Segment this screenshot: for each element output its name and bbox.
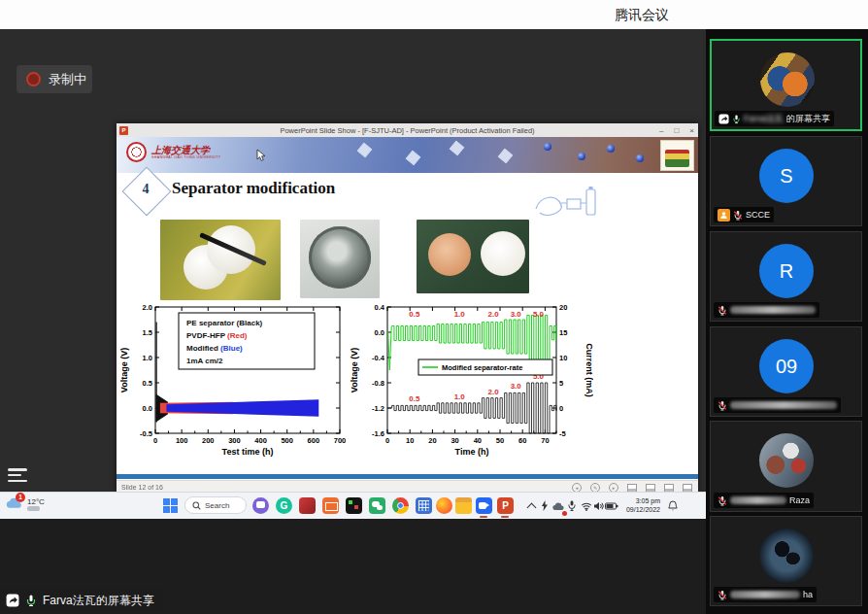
svg-text:PVDF-HFP (Red): PVDF-HFP (Red) bbox=[186, 331, 248, 340]
svg-text:-0.8: -0.8 bbox=[372, 379, 384, 388]
file-explorer-icon[interactable] bbox=[455, 497, 472, 514]
svg-text:40: 40 bbox=[474, 436, 482, 445]
origin-app-icon[interactable] bbox=[322, 497, 339, 514]
svg-text:2.0: 2.0 bbox=[487, 388, 499, 396]
ppt-titlebar[interactable]: P PowerPoint Slide Show - [F-SJTU-AD] - … bbox=[117, 123, 698, 137]
screen-share-icon bbox=[718, 114, 729, 124]
slide-indicator: Slide 12 of 16 bbox=[121, 484, 163, 491]
svg-text:0.0: 0.0 bbox=[143, 404, 152, 413]
svg-text:Voltage (V): Voltage (V) bbox=[119, 348, 129, 392]
svg-text:-0.4: -0.4 bbox=[372, 354, 385, 362]
clock-time: 3:05 pm bbox=[618, 497, 660, 506]
grammarly-icon[interactable]: G bbox=[276, 497, 292, 514]
recording-badge[interactable]: 录制中 bbox=[17, 65, 92, 93]
weather-widget[interactable]: 1 12°C bbox=[6, 495, 45, 513]
power-mode-icon[interactable] bbox=[541, 493, 549, 519]
restore-button[interactable]: □ bbox=[674, 126, 679, 135]
mouse-cursor-icon bbox=[255, 149, 267, 162]
participant-tile[interactable]: Raza bbox=[710, 421, 862, 512]
screen-share-icon bbox=[6, 594, 19, 607]
svg-text:-1.6: -1.6 bbox=[372, 429, 384, 438]
participant-label: SCCE bbox=[714, 207, 774, 222]
ppt-window-title: PowerPoint Slide Show - [F-SJTU-AD] - Po… bbox=[117, 126, 698, 135]
menu-icon[interactable] bbox=[8, 468, 27, 482]
photo-copper-and-white-discs bbox=[417, 220, 529, 293]
battery-sketch-decoration bbox=[532, 182, 598, 224]
tray-expand-chevron-icon[interactable] bbox=[528, 493, 535, 519]
svg-text:10: 10 bbox=[559, 354, 567, 362]
svg-text:1.0: 1.0 bbox=[143, 354, 152, 362]
avatar: 09 bbox=[759, 339, 814, 393]
slide-title: Separator modification bbox=[172, 179, 335, 198]
svg-text:1.0: 1.0 bbox=[454, 310, 466, 319]
university-seal-icon bbox=[126, 142, 147, 162]
photo-separator-tweezers bbox=[160, 220, 281, 300]
participant-tile[interactable]: ha bbox=[710, 516, 862, 606]
microphone-muted-icon bbox=[718, 400, 727, 411]
svg-text:0: 0 bbox=[559, 404, 563, 413]
participant-name-redacted bbox=[730, 496, 786, 504]
slide-bottom-bar bbox=[117, 474, 698, 479]
svg-text:0.5: 0.5 bbox=[409, 310, 420, 319]
participant-name-redacted bbox=[730, 591, 800, 598]
participant-tile-sharer[interactable]: Farva法瓦 的屏幕共享 bbox=[710, 39, 862, 131]
powerpoint-taskbar-icon[interactable]: P bbox=[497, 497, 514, 514]
section-number: 4 bbox=[124, 182, 167, 197]
svg-text:-1.2: -1.2 bbox=[372, 404, 384, 413]
svg-text:0: 0 bbox=[153, 436, 157, 445]
start-button[interactable] bbox=[163, 498, 178, 513]
battery-icon[interactable] bbox=[605, 493, 618, 519]
close-button[interactable]: × bbox=[689, 126, 694, 135]
svg-text:70: 70 bbox=[541, 436, 549, 445]
red-app-icon[interactable] bbox=[299, 497, 316, 514]
powerpoint-window[interactable]: P PowerPoint Slide Show - [F-SJTU-AD] - … bbox=[117, 123, 698, 493]
sharer-name: Farva法瓦的屏幕共享 bbox=[43, 593, 154, 609]
svg-text:300: 300 bbox=[228, 436, 241, 445]
svg-text:500: 500 bbox=[281, 436, 293, 445]
participant-label: Raza bbox=[714, 493, 814, 508]
svg-text:700: 700 bbox=[334, 436, 347, 445]
notification-bell-icon[interactable] bbox=[668, 493, 678, 519]
svg-text:Modified (Blue): Modified (Blue) bbox=[186, 344, 243, 353]
svg-text:0.5: 0.5 bbox=[143, 379, 152, 388]
slide-header-banner: 上海交通大学 SHANGHAI JIAO TONG UNIVERSITY bbox=[117, 137, 698, 173]
chat-app-icon[interactable] bbox=[252, 497, 269, 514]
svg-text:3.0: 3.0 bbox=[511, 382, 522, 391]
onedrive-sync-icon[interactable] bbox=[552, 493, 565, 519]
lab-logo bbox=[660, 140, 694, 171]
screen-share-banner: Farva法瓦的屏幕共享 bbox=[0, 589, 164, 612]
svg-text:10: 10 bbox=[406, 436, 414, 445]
wifi-icon[interactable] bbox=[581, 493, 592, 519]
participant-tile[interactable]: 09 bbox=[710, 326, 862, 417]
avatar bbox=[760, 52, 815, 107]
tencent-meeting-icon[interactable] bbox=[476, 497, 492, 514]
svg-text:Current (mA): Current (mA) bbox=[584, 343, 593, 397]
speaker-icon[interactable] bbox=[593, 493, 605, 519]
svg-text:50: 50 bbox=[496, 436, 504, 445]
microphone-tray-icon[interactable] bbox=[568, 493, 576, 519]
firefox-icon[interactable] bbox=[436, 497, 452, 514]
microphone-muted-icon bbox=[718, 305, 727, 316]
meeting-title: 腾讯会议 bbox=[615, 7, 669, 24]
microphone-active-icon bbox=[25, 594, 37, 607]
shared-screen-area: 录制中 P PowerPoint Slide Show - [F-SJTU-AD… bbox=[0, 29, 706, 614]
participant-tile[interactable]: R bbox=[710, 231, 862, 322]
powerpoint-icon: P bbox=[119, 126, 128, 135]
avatar: S bbox=[759, 149, 814, 203]
wechat-icon[interactable] bbox=[369, 497, 385, 514]
svg-text:PE separator (Black): PE separator (Black) bbox=[186, 319, 263, 327]
terminal-app-icon[interactable] bbox=[346, 497, 362, 514]
search-box[interactable]: Search bbox=[184, 496, 247, 514]
clock[interactable]: 3:05 pm 09/12/2022 bbox=[618, 497, 660, 514]
grid-app-icon[interactable] bbox=[416, 497, 432, 514]
meeting-titlebar: 腾讯会议 bbox=[0, 0, 868, 30]
svg-text:Test time (h): Test time (h) bbox=[222, 447, 274, 457]
svg-text:15: 15 bbox=[559, 328, 567, 337]
windows-taskbar: 1 12°C Search G bbox=[0, 492, 706, 519]
chrome-icon[interactable] bbox=[392, 497, 409, 514]
svg-text:60: 60 bbox=[518, 436, 526, 445]
participant-name-redacted bbox=[730, 401, 837, 409]
photo-coated-disc bbox=[300, 220, 380, 298]
participant-tile[interactable]: S SCCE bbox=[710, 136, 862, 226]
minimize-button[interactable]: – bbox=[659, 126, 663, 135]
